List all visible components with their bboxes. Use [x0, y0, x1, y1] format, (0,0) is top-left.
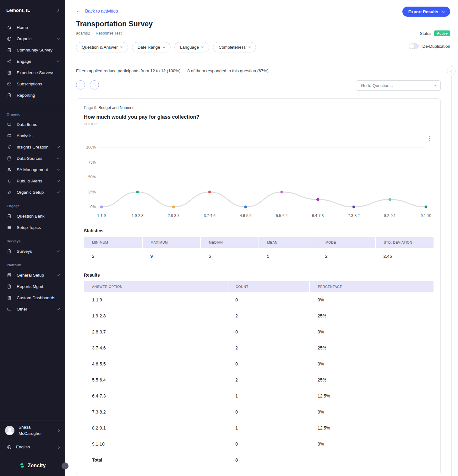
back-arrow-icon: ←: [76, 8, 81, 14]
user-menu[interactable]: Shasa McCarogher: [0, 420, 65, 440]
survey-meta: adams2 · Response Test: [76, 31, 450, 35]
sidebar-item-custom-dashboards[interactable]: Custom Dashboards: [0, 292, 65, 303]
toggle-knob: [409, 44, 414, 49]
chevron-down-icon: [433, 84, 436, 86]
next-question-button[interactable]: →: [90, 80, 99, 89]
language-menu[interactable]: English: [0, 440, 65, 454]
filter-date-range[interactable]: Date Range: [132, 42, 171, 52]
table-row: 7.3-8.200%: [84, 404, 433, 420]
ellipsis-box-icon: [7, 306, 12, 312]
results-header-count: COUNT: [227, 281, 309, 292]
sidebar-item-data-items[interactable]: Data Items: [0, 119, 65, 130]
sidebar-section-engage: Engage: [0, 198, 65, 210]
stat-minimum: 2: [84, 248, 142, 265]
sidebar-collapse-button[interactable]: [62, 462, 68, 469]
mail-icon: [7, 81, 12, 87]
sidebar-item-home[interactable]: Home: [0, 22, 65, 33]
svg-text:0%: 0%: [90, 205, 96, 209]
svg-text:1.9-2.8: 1.9-2.8: [132, 214, 144, 218]
sidebar-item-reports-mgmt[interactable]: Reports Mgmt.: [0, 281, 65, 292]
page-label: Page 9:: [84, 105, 97, 110]
sidebar-item-sa-management[interactable]: SA Management: [0, 164, 65, 175]
stat-mean: 5: [259, 248, 317, 265]
sidebar-section-surveys: Surveys: [0, 233, 65, 246]
stat-median: 5: [200, 248, 259, 265]
go-to-question-select[interactable]: Go to Question...: [356, 80, 441, 91]
chevron-down-icon: [163, 46, 165, 48]
home-icon: [7, 25, 12, 30]
filter-question-answer[interactable]: Question & Answer: [76, 42, 128, 52]
sidebar-item-engage[interactable]: Engage: [0, 56, 65, 67]
table-row: 6.4-7.3112.5%: [84, 388, 433, 404]
main-content: ← Back to activities Export Results Tran…: [65, 0, 458, 476]
right-panel-collapse-button[interactable]: [447, 67, 456, 75]
status-badge: Active: [434, 30, 450, 36]
sidebar-item-insights-creation[interactable]: Insights Creation: [0, 141, 65, 153]
sidebar-item-question-bank[interactable]: Question Bank: [0, 210, 65, 222]
zencity-logo: Zencity: [0, 456, 65, 476]
dedup-row: De-Duplication: [409, 43, 450, 49]
sidebar-item-organic-setup[interactable]: Organic Setup: [0, 187, 65, 198]
statistics-title: Statistics: [84, 228, 433, 233]
sidebar-item-reporting[interactable]: Reporting: [0, 89, 65, 101]
export-results-label: Export Results: [408, 9, 438, 14]
previous-question-button[interactable]: ←: [76, 80, 85, 89]
svg-text:8.2-9.1: 8.2-9.1: [384, 214, 396, 218]
dedup-toggle[interactable]: [409, 43, 419, 49]
sidebar-item-general-setup[interactable]: General Setup: [0, 269, 65, 281]
bell-icon: [7, 178, 12, 184]
sidebar-item-publ-alerts[interactable]: Publ. & Alerts: [0, 175, 65, 187]
svg-text:4.6-5.5: 4.6-5.5: [240, 214, 252, 218]
export-results-button[interactable]: Export Results: [402, 7, 450, 17]
app-root: Lemont, IL Home Organic Community Survey…: [0, 0, 458, 476]
chevron-right-icon: [57, 429, 60, 432]
statistics-values-row: 2 9 5 5 2 2.45: [84, 248, 433, 265]
filters-row: Question & Answer Date Range Language Co…: [76, 42, 450, 52]
stat-header: MEAN: [259, 237, 317, 248]
svg-text:9.1-10: 9.1-10: [421, 214, 431, 218]
content-area: Filters applied reduce participants from…: [65, 68, 458, 475]
chevron-down-icon: [57, 156, 60, 160]
question-title: How much would you pay for glass collect…: [84, 114, 433, 120]
results-header-option: ANSWER OPTION: [84, 281, 227, 292]
question-type-label: SLIDER: [84, 122, 433, 126]
chevron-down-icon: [57, 249, 60, 252]
back-to-activities-link[interactable]: ← Back to activities: [76, 8, 118, 14]
table-row: 9.1-1000%: [84, 436, 433, 452]
org-selector[interactable]: Lemont, IL: [0, 0, 65, 17]
page-name: Budget and Numeric: [99, 105, 134, 110]
filter-language[interactable]: Language: [174, 42, 209, 52]
stat-header: MAXIMUM: [142, 237, 201, 248]
sidebar-item-subscriptions[interactable]: Subscriptions: [0, 78, 65, 89]
chat-icon: [7, 133, 12, 138]
filter-completeness[interactable]: Completeness: [213, 42, 256, 52]
chevron-down-icon: [57, 190, 60, 193]
chart-menu-button[interactable]: [427, 136, 432, 141]
clipboard-icon: [7, 284, 12, 289]
sidebar-item-community-survey[interactable]: Community Survey: [0, 44, 65, 56]
globe-icon: [7, 445, 12, 450]
chevron-down-icon: [57, 307, 60, 310]
sidebar-item-analysis[interactable]: Analysis: [0, 130, 65, 141]
svg-text:5.5-6.4: 5.5-6.4: [276, 214, 288, 218]
table-row: 1-1.900%: [84, 292, 433, 308]
total-count: 8: [227, 452, 309, 468]
question-card: Page 9: Budget and Numeric How much woul…: [76, 98, 441, 475]
sidebar-bottom: Shasa McCarogher English Zencity: [0, 420, 65, 476]
sidebar-item-other[interactable]: Other: [0, 303, 65, 315]
sidebar-item-organic[interactable]: Organic: [0, 33, 65, 44]
gear-icon: [7, 190, 12, 195]
chevron-down-icon: [57, 179, 60, 182]
table-row: 1.9-2.8225%: [84, 308, 433, 324]
database-icon: [7, 156, 12, 161]
sidebar-item-experience-surveys[interactable]: Experience Surveys: [0, 67, 65, 78]
clipboard-icon: [7, 47, 12, 53]
stat-std-deviation: 2.45: [375, 248, 434, 265]
arrow-left-icon: ←: [79, 83, 83, 88]
sidebar-item-data-sources[interactable]: Data Sources: [0, 153, 65, 164]
sidebar-item-setup-topics[interactable]: Setup Topics: [0, 222, 65, 233]
statistics-table: MINIMUM MAXIMUM MEDIAN MEAN MODE STD. DE…: [84, 237, 433, 265]
sidebar-item-surveys[interactable]: Surveys: [0, 246, 65, 257]
filter-note: Filters applied reduce participants from…: [76, 68, 458, 73]
table-row: 2.8-3.700%: [84, 324, 433, 340]
